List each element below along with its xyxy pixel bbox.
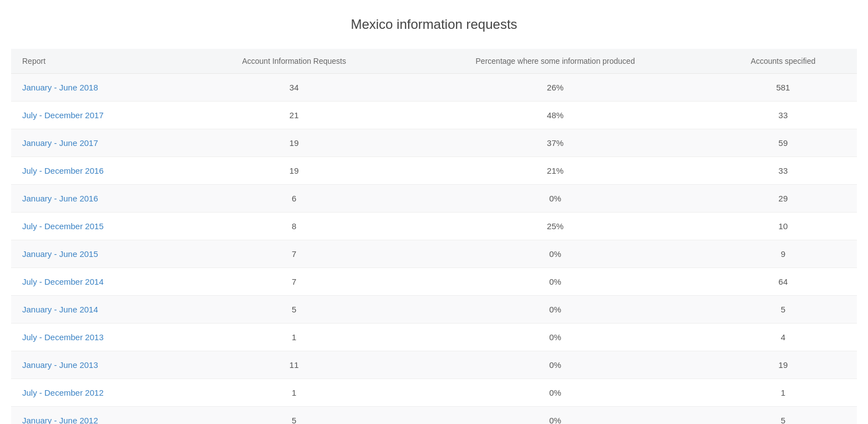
cell-percentage: 0% xyxy=(401,296,709,324)
table-row: January - June 20171937%59 xyxy=(11,129,857,157)
cell-percentage: 0% xyxy=(401,185,709,213)
cell-percentage: 26% xyxy=(401,74,709,102)
cell-percentage: 0% xyxy=(401,268,709,296)
table-row: January - June 201250%5 xyxy=(11,407,857,425)
cell-report[interactable]: January - June 2015 xyxy=(11,240,187,268)
cell-accounts: 59 xyxy=(709,129,857,157)
cell-report[interactable]: July - December 2012 xyxy=(11,379,187,407)
table-row: January - June 201570%9 xyxy=(11,240,857,268)
cell-requests: 7 xyxy=(187,268,401,296)
cell-accounts: 9 xyxy=(709,240,857,268)
cell-report[interactable]: July - December 2015 xyxy=(11,213,187,240)
col-header-report: Report xyxy=(11,49,187,74)
cell-percentage: 0% xyxy=(401,407,709,425)
cell-requests: 19 xyxy=(187,129,401,157)
table-row: January - June 201450%5 xyxy=(11,296,857,324)
table-row: July - December 201470%64 xyxy=(11,268,857,296)
data-table: Report Account Information Requests Perc… xyxy=(11,49,857,424)
cell-report[interactable]: July - December 2017 xyxy=(11,102,187,129)
cell-percentage: 0% xyxy=(401,240,709,268)
cell-percentage: 48% xyxy=(401,102,709,129)
table-body: January - June 20183426%581July - Decemb… xyxy=(11,74,857,425)
cell-accounts: 33 xyxy=(709,157,857,185)
cell-accounts: 5 xyxy=(709,296,857,324)
cell-report[interactable]: July - December 2013 xyxy=(11,324,187,351)
cell-percentage: 0% xyxy=(401,379,709,407)
cell-accounts: 4 xyxy=(709,324,857,351)
cell-report[interactable]: January - June 2014 xyxy=(11,296,187,324)
cell-accounts: 64 xyxy=(709,268,857,296)
cell-report[interactable]: July - December 2016 xyxy=(11,157,187,185)
cell-requests: 19 xyxy=(187,157,401,185)
table-row: July - December 20161921%33 xyxy=(11,157,857,185)
cell-requests: 8 xyxy=(187,213,401,240)
table-row: July - December 20172148%33 xyxy=(11,102,857,129)
table-header: Report Account Information Requests Perc… xyxy=(11,49,857,74)
cell-percentage: 0% xyxy=(401,351,709,379)
cell-requests: 1 xyxy=(187,379,401,407)
cell-accounts: 581 xyxy=(709,74,857,102)
cell-report[interactable]: January - June 2012 xyxy=(11,407,187,425)
table-row: July - December 201210%1 xyxy=(11,379,857,407)
cell-report[interactable]: January - June 2016 xyxy=(11,185,187,213)
table-row: January - June 2013110%19 xyxy=(11,351,857,379)
cell-requests: 5 xyxy=(187,296,401,324)
cell-report[interactable]: July - December 2014 xyxy=(11,268,187,296)
col-header-percentage: Percentage where some information produc… xyxy=(401,49,709,74)
cell-requests: 7 xyxy=(187,240,401,268)
cell-percentage: 0% xyxy=(401,324,709,351)
col-header-accounts: Accounts specified xyxy=(709,49,857,74)
cell-accounts: 1 xyxy=(709,379,857,407)
cell-requests: 6 xyxy=(187,185,401,213)
cell-requests: 5 xyxy=(187,407,401,425)
col-header-requests: Account Information Requests xyxy=(187,49,401,74)
table-row: January - June 20183426%581 xyxy=(11,74,857,102)
cell-accounts: 19 xyxy=(709,351,857,379)
cell-report[interactable]: January - June 2017 xyxy=(11,129,187,157)
cell-accounts: 33 xyxy=(709,102,857,129)
table-row: January - June 201660%29 xyxy=(11,185,857,213)
page-title: Mexico information requests xyxy=(11,17,857,32)
cell-percentage: 21% xyxy=(401,157,709,185)
cell-percentage: 37% xyxy=(401,129,709,157)
cell-percentage: 25% xyxy=(401,213,709,240)
cell-report[interactable]: January - June 2018 xyxy=(11,74,187,102)
table-row: July - December 2015825%10 xyxy=(11,213,857,240)
header-row: Report Account Information Requests Perc… xyxy=(11,49,857,74)
cell-report[interactable]: January - June 2013 xyxy=(11,351,187,379)
cell-requests: 21 xyxy=(187,102,401,129)
table-row: July - December 201310%4 xyxy=(11,324,857,351)
cell-requests: 34 xyxy=(187,74,401,102)
cell-requests: 1 xyxy=(187,324,401,351)
cell-accounts: 10 xyxy=(709,213,857,240)
cell-requests: 11 xyxy=(187,351,401,379)
cell-accounts: 29 xyxy=(709,185,857,213)
cell-accounts: 5 xyxy=(709,407,857,425)
